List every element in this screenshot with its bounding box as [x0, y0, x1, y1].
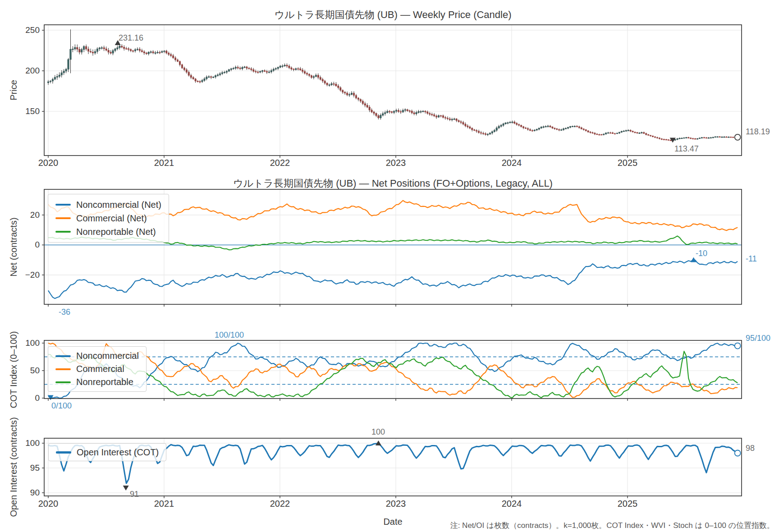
legend-item: Commercial (Net)	[55, 211, 161, 225]
net-min-annotation: -36	[59, 307, 70, 317]
legend-item: Nonreportable	[55, 376, 139, 389]
oi-y-tick-label: 95	[0, 463, 40, 473]
legend-label: Commercial	[76, 364, 124, 374]
price-high-annotation: 231.16	[119, 33, 143, 43]
legend-label: Nonreportable (Net)	[76, 227, 156, 237]
cot-last-annotation: 95/100	[746, 334, 770, 343]
figure-root: ウルトラ長期国債先物 (UB) — Weekly Price (Candle) …	[0, 0, 779, 532]
legend-label: Open Interest (COT)	[77, 447, 159, 458]
net-last-annotation: -11	[746, 254, 757, 264]
legend-label: Nonreportable	[76, 377, 133, 387]
net-panel-title: ウルトラ長期国債先物 (UB) — Net Positions (FO+Opti…	[44, 177, 742, 190]
legend-label: Noncommercial (Net)	[76, 200, 161, 210]
x-tick-label-top: 2020	[30, 158, 66, 168]
net-legend: Noncommercial (Net) Commercial (Net) Non…	[48, 194, 169, 243]
cot-start-annotation: 0/100	[51, 401, 72, 411]
oi-y-tick-label: 90	[0, 488, 40, 498]
x-tick-label-bottom: 2025	[609, 499, 646, 509]
price-y-tick-label: 150	[0, 106, 40, 116]
commercial-line-swatch	[55, 217, 71, 219]
x-tick-label-top: 2025	[609, 158, 646, 168]
legend-label: Noncommercial	[76, 351, 139, 361]
x-tick-label-top: 2024	[494, 158, 530, 168]
noncommercial-line-swatch	[55, 204, 71, 206]
net-mark-annotation: -10	[696, 249, 707, 258]
x-tick-label-top: 2022	[262, 158, 298, 168]
net-y-tick-label: −20	[0, 270, 40, 280]
legend-item: Nonreportable (Net)	[55, 225, 161, 238]
net-y-tick-label: 0	[0, 240, 40, 250]
nonreportable-line-swatch	[55, 381, 71, 383]
noncommercial-line-swatch	[55, 355, 71, 357]
x-tick-label-bottom: 2020	[30, 499, 66, 509]
price-last-annotation: 118.19	[746, 127, 770, 137]
legend-item: Noncommercial (Net)	[55, 198, 161, 211]
x-tick-label-bottom: 2022	[262, 499, 298, 509]
oi-last-annotation: 98	[746, 444, 755, 453]
cot-index-legend: Noncommercial Commercial Nonreportable	[48, 346, 147, 392]
price-panel-title: ウルトラ長期国債先物 (UB) — Weekly Price (Candle)	[44, 8, 742, 22]
legend-item: Noncommercial	[55, 349, 139, 362]
price-y-tick-label: 200	[0, 66, 40, 76]
x-tick-label-top: 2023	[378, 158, 414, 168]
legend-item: Commercial	[55, 362, 139, 376]
price-y-axis-label: Price	[9, 80, 19, 101]
open-interest-legend: Open Interest (COT)	[48, 443, 166, 461]
oi-min-annotation: 91	[130, 490, 139, 499]
cot-y-tick-label: 100	[0, 338, 40, 348]
cot-max-annotation: 100/100	[215, 330, 244, 340]
legend-item: Open Interest (COT)	[56, 445, 159, 459]
open-interest-line-swatch	[56, 451, 71, 454]
commercial-line-swatch	[55, 368, 71, 370]
oi-y-tick-label: 100	[0, 438, 40, 448]
price-low-annotation: 113.47	[674, 144, 699, 154]
x-tick-label-bottom: 2021	[146, 499, 182, 509]
net-y-tick-label: 20	[0, 210, 40, 220]
legend-label: Commercial (Net)	[76, 213, 147, 224]
cot-y-tick-label: 50	[0, 366, 40, 376]
price-y-tick-label: 250	[0, 25, 40, 35]
x-tick-label-top: 2021	[146, 158, 182, 168]
x-tick-label-bottom: 2024	[494, 499, 530, 509]
nonreportable-line-swatch	[55, 231, 71, 233]
x-tick-label-bottom: 2023	[378, 499, 414, 509]
oi-max-annotation: 100	[371, 427, 385, 437]
footnote: 注: Net/OI は枚数（contracts）。k=1,000枚。COT In…	[450, 520, 774, 531]
cot-y-tick-label: 0	[0, 393, 40, 403]
